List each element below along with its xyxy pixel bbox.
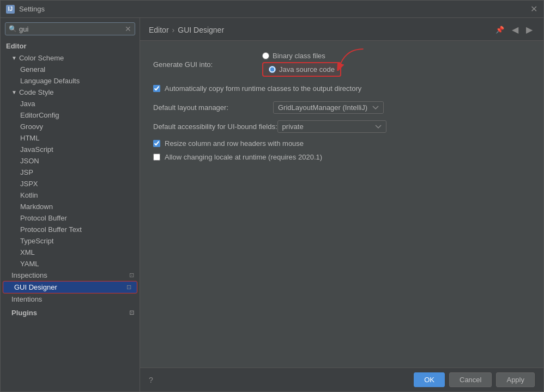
binary-option[interactable]: Binary class files [262,52,341,60]
help-icon: ? [149,376,153,384]
sidebar-item-inspections[interactable]: Inspections ⊡ [1,270,140,281]
footer: ? OK Cancel Apply [140,367,543,391]
footer-buttons: OK Cancel Apply [414,372,535,387]
resize-row: Resize column and row headers with mouse [153,139,530,148]
inspections-label: Inspections [11,271,47,279]
binary-radio[interactable] [262,52,269,59]
java-label: Java source code [279,65,335,74]
pin-button[interactable]: 📌 [493,24,506,35]
sidebar-item-protocol-buffer[interactable]: Protocol Buffer [1,212,140,224]
binary-label: Binary class files [273,52,325,60]
sidebar-item-html[interactable]: HTML [1,132,140,144]
allow-locale-label: Allow changing locale at runtime (requir… [165,153,322,161]
content-area: 🔍 ✕ Editor ▼ Color Scheme General Langua… [1,18,543,391]
accessibility-label: Default accessibility for UI-bound field… [153,122,277,131]
color-scheme-label: Color Scheme [19,54,64,62]
generate-gui-row: Generate GUI into: Binary class files Ja… [153,52,530,77]
resize-label: Resize column and row headers with mouse [165,139,304,148]
sidebar-item-json[interactable]: JSON [1,155,140,167]
window-title: Settings [19,5,529,13]
panel-content: Generate GUI into: Binary class files Ja… [140,41,543,367]
accessibility-row: Default accessibility for UI-bound field… [153,120,530,133]
auto-copy-label: Automatically copy form runtime classes … [165,84,361,93]
title-bar: IJ Settings ✕ [1,1,543,18]
red-arrow-annotation [335,44,367,71]
gui-designer-ext-icon: ⊡ [126,284,131,291]
sidebar-item-jspx[interactable]: JSPX [1,178,140,189]
auto-copy-checkbox[interactable] [153,85,160,92]
sidebar-item-gui-designer[interactable]: GUI Designer ⊡ [3,281,137,293]
apply-button[interactable]: Apply [496,372,535,387]
breadcrumb-separator: › [172,26,175,34]
nav-forward-button[interactable]: ▶ [524,23,535,36]
breadcrumb-current: GUI Designer [178,26,224,34]
layout-manager-row: Default layout manager: GridLayoutManage… [153,101,530,114]
main-panel: Editor › GUI Designer 📌 ◀ ▶ Generate GUI… [140,18,543,391]
sidebar-item-jsp[interactable]: JSP [1,167,140,178]
sidebar-item-general[interactable]: General [1,64,140,75]
generate-gui-label: Generate GUI into: [153,60,262,69]
auto-copy-row: Automatically copy form runtime classes … [153,84,530,93]
sidebar-tree: Editor ▼ Color Scheme General Language D… [1,40,140,391]
panel-navigation: 📌 ◀ ▶ [493,23,535,36]
app-icon: IJ [6,5,15,14]
search-input[interactable] [19,25,123,33]
search-icon: 🔍 [9,25,17,33]
java-option-highlight: Java source code [262,62,341,77]
gui-designer-label: GUI Designer [14,283,57,291]
sidebar-item-color-scheme[interactable]: ▼ Color Scheme [1,52,140,64]
breadcrumb: Editor › GUI Designer [149,26,224,34]
sidebar-item-markdown[interactable]: Markdown [1,201,140,212]
sidebar-item-javascript[interactable]: JavaScript [1,144,140,155]
clear-search-button[interactable]: ✕ [125,24,131,33]
intentions-label: Intentions [11,295,42,303]
sidebar-item-yaml[interactable]: YAML [1,258,140,270]
nav-back-button[interactable]: ◀ [510,23,521,36]
plugins-label: Plugins [11,309,37,317]
cancel-button[interactable]: Cancel [449,372,492,387]
panel-header: Editor › GUI Designer 📌 ◀ ▶ [140,18,543,41]
sidebar-editor-label: Editor [1,40,140,52]
sidebar-item-language-defaults[interactable]: Language Defaults [1,75,140,87]
java-radio[interactable] [269,66,276,73]
sidebar-item-xml[interactable]: XML [1,247,140,258]
sidebar-item-typescript[interactable]: TypeScript [1,235,140,247]
settings-window: IJ Settings ✕ 🔍 ✕ Editor ▼ C [0,0,544,392]
sidebar-item-intentions[interactable]: Intentions [1,293,140,305]
sidebar: 🔍 ✕ Editor ▼ Color Scheme General Langua… [1,18,140,391]
sidebar-item-kotlin[interactable]: Kotlin [1,189,140,201]
help-button[interactable]: ? [149,376,153,384]
sidebar-item-protocol-buffer-text[interactable]: Protocol Buffer Text [1,224,140,235]
sidebar-item-editorconfig[interactable]: EditorConfig [1,109,140,121]
search-wrap: 🔍 ✕ [5,22,135,35]
sidebar-item-java[interactable]: Java [1,98,140,109]
search-box: 🔍 ✕ [1,18,140,40]
accessibility-select[interactable]: private package-private protected public [277,120,386,133]
ok-button[interactable]: OK [414,372,445,387]
sidebar-item-code-style[interactable]: ▼ Code Style [1,87,140,98]
expand-arrow: ▼ [11,55,17,61]
resize-checkbox[interactable] [153,140,160,147]
layout-manager-select[interactable]: GridLayoutManager (IntelliJ) GridBagLayo… [273,101,384,114]
inspections-ext-icon: ⊡ [129,272,134,279]
close-button[interactable]: ✕ [529,5,538,14]
allow-locale-checkbox[interactable] [153,154,160,161]
generate-gui-options: Binary class files Java source code [262,52,341,77]
sidebar-section-plugins[interactable]: Plugins ⊡ [1,307,140,318]
code-style-label: Code Style [19,88,54,96]
java-option[interactable]: Java source code [262,62,341,77]
expand-arrow-code: ▼ [11,89,17,95]
allow-locale-row: Allow changing locale at runtime (requir… [153,153,530,161]
plugins-ext-icon: ⊡ [129,309,134,316]
layout-manager-label: Default layout manager: [153,103,273,112]
breadcrumb-parent: Editor [149,26,169,34]
sidebar-item-groovy[interactable]: Groovy [1,121,140,132]
